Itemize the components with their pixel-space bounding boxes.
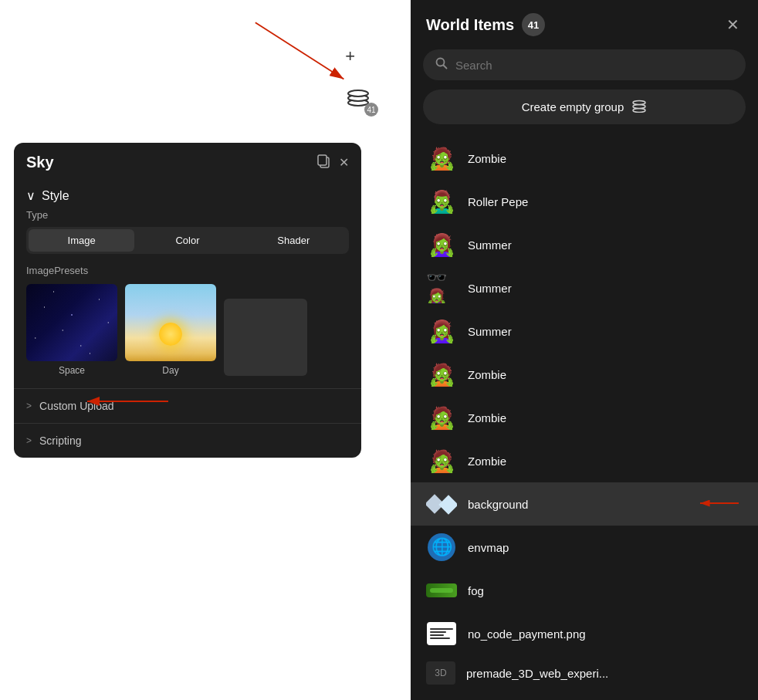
type-btn-shader[interactable]: Shader [241, 229, 347, 252]
preset-space-label: Space [59, 365, 85, 376]
list-item-background[interactable]: background [411, 482, 758, 526]
style-red-arrow [83, 390, 176, 413]
close-right-panel-button[interactable]: ✕ [723, 12, 743, 37]
item-label: Zombie [468, 152, 506, 165]
list-item[interactable]: 🧟 Zombie [411, 396, 758, 439]
list-item-payment[interactable]: no_code_payment.png [411, 612, 758, 655]
preset-thumb-space [26, 284, 117, 361]
sky-panel-header: Sky ✕ [14, 143, 361, 179]
custom-upload-arrow: > [26, 401, 32, 411]
item-label: Summer [468, 238, 512, 252]
item-icon-premade: 3D [426, 661, 455, 685]
layers-icon [631, 99, 647, 115]
dots-handle[interactable] [358, 154, 361, 190]
item-icon-zombie: 🧟 [426, 143, 457, 174]
list-item-envmap[interactable]: 🌐 envmap [411, 526, 758, 569]
presets-row: Space Day [26, 284, 349, 376]
close-panel-icon[interactable]: ✕ [339, 155, 349, 170]
right-header: World Items 41 ✕ [411, 0, 758, 49]
preset-space[interactable]: Space [26, 284, 117, 376]
list-item[interactable]: 🧟‍♂️ Roller Pepe [411, 180, 758, 223]
item-icon-summer1: 🧟‍♀️ [426, 229, 457, 260]
style-label: Style [42, 189, 69, 203]
list-item[interactable]: 🧟‍♀️ Summer [411, 309, 758, 353]
preset-day-label: Day [162, 365, 178, 376]
sky-panel-title: Sky [26, 154, 54, 171]
list-item[interactable]: 🧟 Zombie [411, 439, 758, 482]
item-label: Zombie [468, 455, 506, 468]
list-item-fog[interactable]: fog [411, 569, 758, 612]
item-icon-roller-pepe: 🧟‍♂️ [426, 186, 457, 217]
count-badge: 41 [522, 13, 545, 36]
preset-day[interactable]: Day [125, 284, 216, 376]
items-list: 🧟 Zombie 🧟‍♂️ Roller Pepe 🧟‍♀️ Summer 🕶️… [411, 137, 758, 700]
svg-line-1 [255, 22, 344, 79]
sky-panel-icons: ✕ [317, 154, 349, 171]
preset-thumb-placeholder [224, 299, 307, 376]
item-label-payment: no_code_payment.png [468, 627, 586, 641]
scripting-label: Scripting [39, 435, 81, 447]
world-items-label: World Items [426, 16, 514, 34]
svg-point-4 [348, 90, 368, 96]
svg-line-10 [444, 66, 447, 69]
item-label-background: background [468, 498, 528, 511]
item-icon-background [426, 489, 457, 519]
sky-panel: Sky ✕ ∨ Style [14, 143, 361, 458]
list-item[interactable]: 🧟 Zombie [411, 353, 758, 396]
globe-icon: 🌐 [428, 533, 455, 561]
type-label: Type [26, 209, 349, 221]
style-section: ∨ Style Type Image Color Shader ImagePre… [14, 179, 361, 388]
create-group-button[interactable]: Create empty group [423, 90, 746, 124]
right-panel: World Items 41 ✕ Create empty group 🧟 [411, 0, 758, 700]
list-item[interactable]: 🕶️🧟‍♀️ Summer [411, 266, 758, 309]
type-buttons: Image Color Shader [26, 227, 349, 254]
item-icon-envmap: 🌐 [426, 532, 457, 563]
preset-thumb-day [125, 284, 216, 361]
type-btn-color[interactable]: Color [134, 229, 240, 252]
item-icon-zombie4: 🧟 [426, 445, 457, 476]
item-icon-zombie2: 🧟 [426, 359, 457, 390]
item-label-envmap: envmap [468, 541, 509, 554]
item-icon-fog [426, 575, 457, 606]
item-icon-zombie3: 🧟 [426, 402, 457, 433]
search-bar[interactable] [423, 49, 746, 80]
list-item[interactable]: 🧟 Zombie [411, 137, 758, 180]
item-label: Zombie [468, 368, 506, 381]
item-icon-summer3: 🧟‍♀️ [426, 316, 457, 347]
stack-icon-wrapper[interactable]: 41 [343, 81, 377, 115]
svg-point-13 [633, 101, 645, 105]
style-chevron: ∨ [26, 188, 36, 203]
item-label: Summer [468, 325, 512, 338]
style-header[interactable]: ∨ Style [26, 179, 349, 209]
item-icon-payment [426, 618, 457, 649]
svg-rect-6 [318, 155, 327, 165]
item-label-premade: premade_3D_web_experi... [466, 667, 608, 680]
type-btn-image[interactable]: Image [29, 229, 134, 252]
scripting-section[interactable]: > Scripting [14, 423, 361, 458]
custom-upload-section[interactable]: > Custom Upload [14, 388, 361, 423]
background-red-arrow [696, 498, 743, 511]
world-items-title: World Items 41 [426, 13, 545, 36]
search-input[interactable] [455, 59, 733, 72]
list-item[interactable]: 🧟‍♀️ Summer [411, 223, 758, 266]
item-label: Summer [468, 282, 512, 295]
create-group-label: Create empty group [522, 100, 624, 113]
copy-icon[interactable] [317, 154, 331, 171]
item-icon-summer2: 🕶️🧟‍♀️ [426, 272, 457, 303]
search-icon [435, 57, 448, 73]
list-item-premade[interactable]: 3D premade_3D_web_experi... [411, 655, 758, 691]
item-label-fog: fog [468, 584, 484, 597]
scripting-arrow: > [26, 435, 32, 446]
left-area: + 41 Sky [0, 0, 417, 700]
item-label: Zombie [468, 411, 506, 424]
image-presets-label: ImagePresets [26, 265, 349, 276]
item-label: Roller Pepe [468, 195, 528, 208]
stack-badge: 41 [364, 103, 378, 117]
